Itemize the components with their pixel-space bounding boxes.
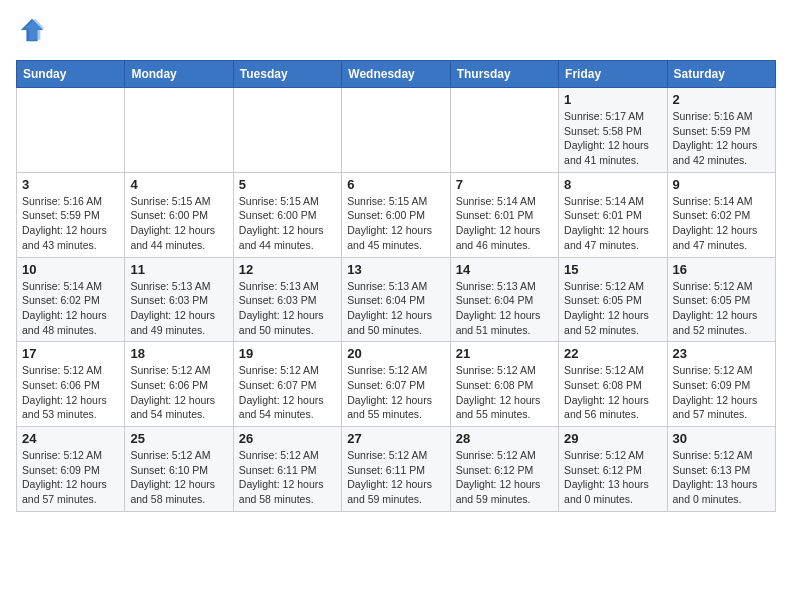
day-info: Sunrise: 5:14 AM Sunset: 6:02 PM Dayligh… — [22, 279, 119, 338]
day-info: Sunrise: 5:15 AM Sunset: 6:00 PM Dayligh… — [239, 194, 336, 253]
week-row-4: 17Sunrise: 5:12 AM Sunset: 6:06 PM Dayli… — [17, 342, 776, 427]
day-info: Sunrise: 5:12 AM Sunset: 6:12 PM Dayligh… — [564, 448, 661, 507]
day-number: 2 — [673, 92, 770, 107]
calendar-cell — [342, 88, 450, 173]
day-number: 23 — [673, 346, 770, 361]
day-info: Sunrise: 5:15 AM Sunset: 6:00 PM Dayligh… — [130, 194, 227, 253]
day-number: 6 — [347, 177, 444, 192]
calendar-cell: 4Sunrise: 5:15 AM Sunset: 6:00 PM Daylig… — [125, 172, 233, 257]
day-info: Sunrise: 5:12 AM Sunset: 6:08 PM Dayligh… — [564, 363, 661, 422]
page-header — [16, 16, 776, 48]
weekday-header-wednesday: Wednesday — [342, 61, 450, 88]
day-info: Sunrise: 5:12 AM Sunset: 6:10 PM Dayligh… — [130, 448, 227, 507]
week-row-3: 10Sunrise: 5:14 AM Sunset: 6:02 PM Dayli… — [17, 257, 776, 342]
calendar-cell: 7Sunrise: 5:14 AM Sunset: 6:01 PM Daylig… — [450, 172, 558, 257]
day-number: 27 — [347, 431, 444, 446]
day-number: 11 — [130, 262, 227, 277]
calendar-cell: 30Sunrise: 5:12 AM Sunset: 6:13 PM Dayli… — [667, 427, 775, 512]
calendar-cell: 27Sunrise: 5:12 AM Sunset: 6:11 PM Dayli… — [342, 427, 450, 512]
day-info: Sunrise: 5:13 AM Sunset: 6:04 PM Dayligh… — [456, 279, 553, 338]
day-info: Sunrise: 5:12 AM Sunset: 6:06 PM Dayligh… — [22, 363, 119, 422]
day-number: 28 — [456, 431, 553, 446]
calendar-cell: 15Sunrise: 5:12 AM Sunset: 6:05 PM Dayli… — [559, 257, 667, 342]
calendar-cell: 26Sunrise: 5:12 AM Sunset: 6:11 PM Dayli… — [233, 427, 341, 512]
weekday-header-saturday: Saturday — [667, 61, 775, 88]
day-number: 14 — [456, 262, 553, 277]
weekday-header-friday: Friday — [559, 61, 667, 88]
day-info: Sunrise: 5:12 AM Sunset: 6:12 PM Dayligh… — [456, 448, 553, 507]
calendar-cell: 2Sunrise: 5:16 AM Sunset: 5:59 PM Daylig… — [667, 88, 775, 173]
calendar-cell: 22Sunrise: 5:12 AM Sunset: 6:08 PM Dayli… — [559, 342, 667, 427]
day-number: 19 — [239, 346, 336, 361]
week-row-1: 1Sunrise: 5:17 AM Sunset: 5:58 PM Daylig… — [17, 88, 776, 173]
calendar-table: SundayMondayTuesdayWednesdayThursdayFrid… — [16, 60, 776, 512]
calendar-cell: 11Sunrise: 5:13 AM Sunset: 6:03 PM Dayli… — [125, 257, 233, 342]
day-number: 10 — [22, 262, 119, 277]
day-info: Sunrise: 5:12 AM Sunset: 6:11 PM Dayligh… — [239, 448, 336, 507]
day-number: 4 — [130, 177, 227, 192]
calendar-cell: 21Sunrise: 5:12 AM Sunset: 6:08 PM Dayli… — [450, 342, 558, 427]
day-number: 18 — [130, 346, 227, 361]
logo — [16, 16, 46, 48]
day-number: 17 — [22, 346, 119, 361]
day-number: 29 — [564, 431, 661, 446]
calendar-cell: 5Sunrise: 5:15 AM Sunset: 6:00 PM Daylig… — [233, 172, 341, 257]
calendar-cell: 17Sunrise: 5:12 AM Sunset: 6:06 PM Dayli… — [17, 342, 125, 427]
day-info: Sunrise: 5:12 AM Sunset: 6:08 PM Dayligh… — [456, 363, 553, 422]
calendar-cell — [125, 88, 233, 173]
day-info: Sunrise: 5:12 AM Sunset: 6:06 PM Dayligh… — [130, 363, 227, 422]
day-number: 9 — [673, 177, 770, 192]
day-number: 25 — [130, 431, 227, 446]
day-info: Sunrise: 5:12 AM Sunset: 6:07 PM Dayligh… — [347, 363, 444, 422]
calendar-cell: 14Sunrise: 5:13 AM Sunset: 6:04 PM Dayli… — [450, 257, 558, 342]
calendar-cell: 12Sunrise: 5:13 AM Sunset: 6:03 PM Dayli… — [233, 257, 341, 342]
day-info: Sunrise: 5:17 AM Sunset: 5:58 PM Dayligh… — [564, 109, 661, 168]
day-info: Sunrise: 5:13 AM Sunset: 6:03 PM Dayligh… — [130, 279, 227, 338]
day-info: Sunrise: 5:12 AM Sunset: 6:13 PM Dayligh… — [673, 448, 770, 507]
day-info: Sunrise: 5:12 AM Sunset: 6:05 PM Dayligh… — [564, 279, 661, 338]
calendar-cell: 8Sunrise: 5:14 AM Sunset: 6:01 PM Daylig… — [559, 172, 667, 257]
weekday-header-tuesday: Tuesday — [233, 61, 341, 88]
day-number: 1 — [564, 92, 661, 107]
day-number: 8 — [564, 177, 661, 192]
weekday-header-thursday: Thursday — [450, 61, 558, 88]
calendar-cell: 23Sunrise: 5:12 AM Sunset: 6:09 PM Dayli… — [667, 342, 775, 427]
day-number: 16 — [673, 262, 770, 277]
week-row-5: 24Sunrise: 5:12 AM Sunset: 6:09 PM Dayli… — [17, 427, 776, 512]
calendar-cell: 24Sunrise: 5:12 AM Sunset: 6:09 PM Dayli… — [17, 427, 125, 512]
day-number: 15 — [564, 262, 661, 277]
day-info: Sunrise: 5:12 AM Sunset: 6:05 PM Dayligh… — [673, 279, 770, 338]
logo-icon — [18, 16, 46, 44]
day-info: Sunrise: 5:14 AM Sunset: 6:01 PM Dayligh… — [564, 194, 661, 253]
day-number: 30 — [673, 431, 770, 446]
calendar-cell: 19Sunrise: 5:12 AM Sunset: 6:07 PM Dayli… — [233, 342, 341, 427]
calendar-cell — [17, 88, 125, 173]
weekday-header-monday: Monday — [125, 61, 233, 88]
day-info: Sunrise: 5:13 AM Sunset: 6:03 PM Dayligh… — [239, 279, 336, 338]
calendar-cell: 3Sunrise: 5:16 AM Sunset: 5:59 PM Daylig… — [17, 172, 125, 257]
calendar-cell — [450, 88, 558, 173]
calendar-cell: 13Sunrise: 5:13 AM Sunset: 6:04 PM Dayli… — [342, 257, 450, 342]
day-info: Sunrise: 5:14 AM Sunset: 6:01 PM Dayligh… — [456, 194, 553, 253]
day-info: Sunrise: 5:12 AM Sunset: 6:11 PM Dayligh… — [347, 448, 444, 507]
day-info: Sunrise: 5:12 AM Sunset: 6:09 PM Dayligh… — [673, 363, 770, 422]
calendar-cell: 9Sunrise: 5:14 AM Sunset: 6:02 PM Daylig… — [667, 172, 775, 257]
day-info: Sunrise: 5:12 AM Sunset: 6:07 PM Dayligh… — [239, 363, 336, 422]
day-info: Sunrise: 5:16 AM Sunset: 5:59 PM Dayligh… — [22, 194, 119, 253]
day-number: 24 — [22, 431, 119, 446]
day-info: Sunrise: 5:12 AM Sunset: 6:09 PM Dayligh… — [22, 448, 119, 507]
day-number: 7 — [456, 177, 553, 192]
weekday-header-row: SundayMondayTuesdayWednesdayThursdayFrid… — [17, 61, 776, 88]
calendar-cell — [233, 88, 341, 173]
day-number: 22 — [564, 346, 661, 361]
day-info: Sunrise: 5:14 AM Sunset: 6:02 PM Dayligh… — [673, 194, 770, 253]
day-number: 26 — [239, 431, 336, 446]
day-number: 5 — [239, 177, 336, 192]
day-number: 13 — [347, 262, 444, 277]
day-number: 21 — [456, 346, 553, 361]
calendar-cell: 10Sunrise: 5:14 AM Sunset: 6:02 PM Dayli… — [17, 257, 125, 342]
calendar-cell: 18Sunrise: 5:12 AM Sunset: 6:06 PM Dayli… — [125, 342, 233, 427]
calendar-cell: 6Sunrise: 5:15 AM Sunset: 6:00 PM Daylig… — [342, 172, 450, 257]
calendar-cell: 29Sunrise: 5:12 AM Sunset: 6:12 PM Dayli… — [559, 427, 667, 512]
calendar-cell: 1Sunrise: 5:17 AM Sunset: 5:58 PM Daylig… — [559, 88, 667, 173]
